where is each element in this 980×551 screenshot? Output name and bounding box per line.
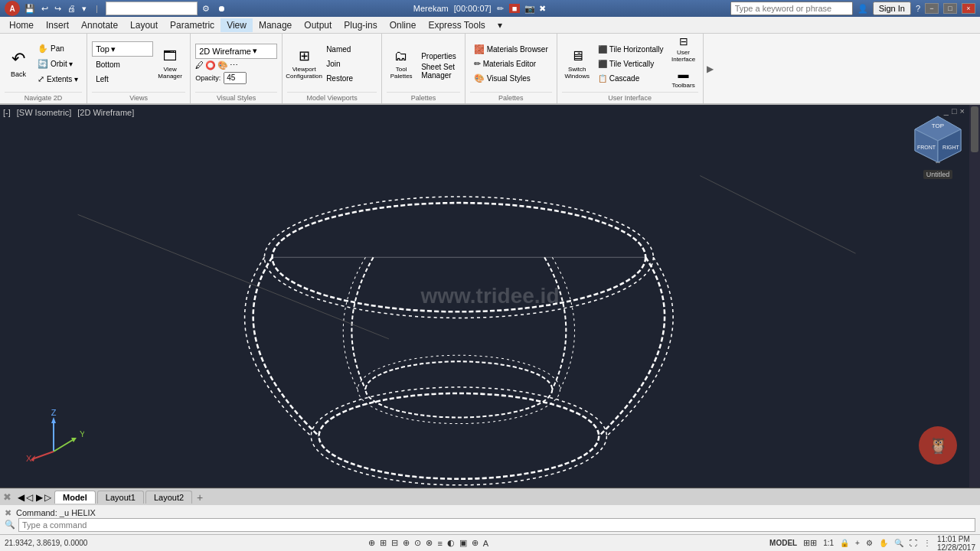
menu-express[interactable]: Express Tools — [422, 18, 491, 32]
toolbars-btn[interactable]: ▬ Toolbars — [669, 64, 698, 92]
view-type-dropdown[interactable]: Top ▾ — [92, 41, 153, 57]
scrollbar-thumb[interactable] — [971, 106, 978, 152]
fill-tool[interactable]: 🎨 — [217, 60, 228, 70]
materials-browser-btn[interactable]: 🧱 Materials Browser — [470, 42, 552, 56]
tab-last-arrow[interactable]: ▷ — [44, 492, 51, 503]
quick-access-dropdown[interactable]: ▾ — [82, 4, 87, 14]
user-interface-btn[interactable]: ⊟ UserInterface — [669, 35, 698, 63]
gear-icon[interactable]: ⚙ — [866, 539, 873, 547]
lock-icon[interactable]: 🔒 — [840, 539, 849, 547]
tab-layout1[interactable]: Layout1 — [97, 491, 144, 504]
transparency-icon[interactable]: ◐ — [447, 538, 455, 548]
join-btn[interactable]: Join — [322, 57, 357, 70]
polar-icon[interactable]: ⊕ — [403, 538, 410, 548]
menu-online[interactable]: Online — [384, 18, 423, 32]
ribbon-expand[interactable]: ▶ — [704, 34, 717, 103]
tab-prev-arrow[interactable]: ◀ — [18, 492, 24, 503]
tab-model[interactable]: Model — [54, 491, 96, 504]
tab-add[interactable]: + — [197, 491, 203, 504]
menu-manage[interactable]: Manage — [253, 18, 298, 32]
menu-output[interactable]: Output — [298, 18, 338, 32]
ribbon-views: Top ▾ Bottom Left 🗔 ViewManager Views — [87, 34, 191, 103]
view-manager-btn[interactable]: 🗔 ViewManager — [155, 44, 185, 83]
nav-cube[interactable]: TOP FRONT RIGHT ↔ Untitled — [911, 112, 965, 166]
rec-stop[interactable]: ■ — [509, 4, 521, 13]
helix-drawing — [0, 105, 980, 487]
gizmo-icon[interactable]: ⊕ — [472, 538, 479, 548]
restore-btn[interactable]: Restore — [322, 71, 357, 85]
close-btn[interactable]: × — [962, 3, 975, 14]
selection-icon[interactable]: ▣ — [459, 538, 467, 548]
full-screen-icon[interactable]: ⛶ — [910, 539, 917, 547]
back-btn[interactable]: ↶ Back — [5, 44, 32, 83]
plus-icon[interactable]: + — [855, 539, 860, 547]
view-left-btn[interactable]: Left — [92, 72, 153, 86]
svg-point-4 — [365, 361, 552, 417]
titlebar-right: 👤 Sign In ? − □ × — [730, 2, 975, 15]
menu-more[interactable]: ▾ — [492, 18, 508, 32]
properties-btn[interactable]: Properties — [417, 50, 460, 64]
minimize-btn[interactable]: − — [925, 3, 939, 14]
workspace-dropdown[interactable]: Drafting & Annotation ▾ — [106, 2, 198, 15]
tab-first-arrow[interactable]: ◁ — [26, 492, 33, 503]
switch-windows-btn[interactable]: 🖥 SwitchWindows — [562, 44, 593, 83]
otrack-icon[interactable]: ⊗ — [426, 538, 433, 548]
visual-styles-btn[interactable]: 🎨 Visual Styles — [470, 71, 552, 85]
menu-plugins[interactable]: Plug-ins — [338, 18, 383, 32]
circle-tool[interactable]: ⭕ — [205, 60, 216, 70]
help-icon[interactable]: ? — [916, 4, 920, 13]
viewport-scrollbar[interactable] — [969, 105, 980, 487]
command-input[interactable] — [18, 518, 975, 532]
menu-layout[interactable]: Layout — [124, 18, 164, 32]
pan-btn[interactable]: ✋Pan — [34, 41, 82, 55]
record-btn[interactable]: ⏺ — [217, 4, 226, 13]
tile-horizontally-btn[interactable]: ⬛ Tile Horizontally — [594, 42, 668, 56]
workspace-settings[interactable]: ⚙ — [202, 4, 210, 14]
grid-display[interactable]: ⊞⊞ — [803, 538, 817, 548]
grid-icon[interactable]: ⊞ — [380, 538, 387, 548]
tab-next-arrow[interactable]: ▶ — [36, 492, 43, 503]
named-btn[interactable]: Named — [322, 42, 357, 56]
zoom-icon[interactable]: 🔍 — [894, 539, 903, 547]
more-tools[interactable]: ⋯ — [230, 60, 238, 70]
menu-annotate[interactable]: Annotate — [75, 18, 124, 32]
menu-home[interactable]: Home — [3, 18, 40, 32]
opacity-input[interactable] — [224, 72, 247, 84]
annotate-icon[interactable]: A — [483, 539, 488, 548]
snap-icon[interactable]: ⊕ — [368, 538, 375, 548]
sheet-set-btn[interactable]: Sheet SetManager — [417, 64, 460, 78]
navigate2d-label: Navigate 2D — [5, 92, 82, 102]
quick-access-print[interactable]: 🖨 — [67, 4, 76, 13]
viewport-config-btn[interactable]: ⊞ ViewportConfiguration — [287, 44, 321, 83]
menu-parametric[interactable]: Parametric — [164, 18, 220, 32]
tile-vertically-btn[interactable]: ⬛ Tile Vertically — [594, 57, 668, 70]
extents-btn[interactable]: ⤢Extents ▾ — [34, 72, 82, 86]
osnap-icon[interactable]: ⊙ — [414, 538, 421, 548]
quick-access-undo[interactable]: ↩ — [41, 4, 48, 14]
viewport-style-dropdown[interactable]: 2D Wireframe ▾ — [195, 44, 277, 59]
tool-palettes-btn[interactable]: 🗂 ToolPalettes — [387, 44, 416, 83]
menu-view[interactable]: View — [220, 18, 253, 32]
svg-line-24 — [32, 452, 54, 459]
draw-tools[interactable]: 🖊 — [195, 60, 204, 70]
model-label[interactable]: MODEL — [769, 539, 797, 547]
orbit-btn[interactable]: 🔄Orbit ▾ — [34, 57, 82, 70]
cascade-btn[interactable]: 📋 Cascade — [594, 71, 668, 85]
quick-access-save[interactable]: 💾 — [24, 4, 35, 14]
maximize-btn[interactable]: □ — [943, 3, 957, 14]
view-bottom-btn[interactable]: Bottom — [92, 57, 153, 71]
pan-icon[interactable]: ✋ — [879, 539, 888, 547]
rec-pause[interactable]: 📷 — [524, 4, 535, 13]
settings-icon[interactable]: ⋮ — [923, 539, 931, 547]
command-close-icon[interactable]: ✖ — [5, 508, 11, 518]
ortho-icon[interactable]: ⊟ — [391, 538, 398, 548]
quick-access-redo[interactable]: ↪ — [54, 4, 61, 14]
tab-layout2[interactable]: Layout2 — [145, 491, 192, 504]
lineweight-icon[interactable]: ≡ — [437, 539, 442, 548]
search-input[interactable] — [730, 2, 853, 15]
menu-insert[interactable]: Insert — [40, 18, 75, 32]
tab-close-x[interactable]: ✖ — [3, 491, 11, 503]
materials-editor-btn[interactable]: ✏ Materials Editor — [470, 57, 552, 70]
sign-in-btn[interactable]: Sign In — [873, 2, 911, 15]
rec-end[interactable]: ✖ — [539, 4, 546, 13]
